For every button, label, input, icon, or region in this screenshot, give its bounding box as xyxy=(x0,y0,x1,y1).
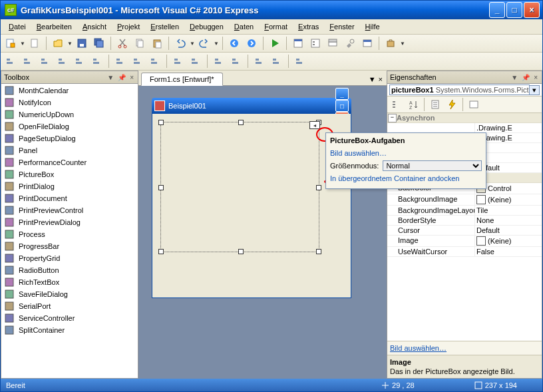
toolbox-item-notifyicon[interactable]: NotifyIcon xyxy=(1,97,138,108)
dropdown-icon[interactable]: ▼ xyxy=(67,41,73,47)
align-left-button[interactable] xyxy=(3,53,19,69)
property-row[interactable]: BackgroundImageLayoutTile xyxy=(387,206,542,216)
menu-format[interactable]: Format xyxy=(259,21,293,32)
resize-handle[interactable] xyxy=(158,185,164,190)
toolbox-item-openfiledialog[interactable]: OpenFileDialog xyxy=(1,120,138,132)
same-width-button[interactable] xyxy=(112,53,128,69)
menu-bearbeiten[interactable]: Bearbeiten xyxy=(31,21,77,32)
navigate-fwd-button[interactable] xyxy=(244,35,260,51)
close-button[interactable]: × xyxy=(524,2,540,18)
pin-icon[interactable]: 📌 xyxy=(116,74,127,81)
toolbox-item-printdocument[interactable]: PrintDocument xyxy=(1,192,138,204)
dropdown-icon[interactable]: ▼ xyxy=(106,74,115,81)
save-button[interactable] xyxy=(74,35,90,51)
toolbox-button[interactable] xyxy=(342,35,358,51)
dropdown-icon[interactable]: ▾ xyxy=(530,85,540,95)
property-row[interactable]: UseWaitCursorFalse xyxy=(387,247,542,257)
extension-manager-button[interactable] xyxy=(383,35,399,51)
save-all-button[interactable] xyxy=(91,35,107,51)
toolbox-item-splitcontainer[interactable]: SplitContainer xyxy=(1,324,138,336)
toolbox-item-serialport[interactable]: SerialPort xyxy=(1,300,138,312)
menu-hilfe[interactable]: Hilfe xyxy=(360,21,385,32)
menu-debuggen[interactable]: Debuggen xyxy=(184,21,229,32)
toolbox-item-pagesetupdialog[interactable]: PageSetupDialog xyxy=(1,132,138,144)
dropdown-icon[interactable]: ▼ xyxy=(510,74,519,81)
property-row[interactable]: CursorDefault xyxy=(387,226,542,236)
document-tabs[interactable]: Form1.cs [Entwurf]* ▼× xyxy=(138,71,387,86)
same-height-button[interactable] xyxy=(130,53,146,69)
dropdown-icon[interactable]: ▼ xyxy=(367,75,377,83)
new-file-button[interactable] xyxy=(27,35,43,51)
close-icon[interactable]: × xyxy=(532,74,539,81)
menu-projekt[interactable]: Projekt xyxy=(112,21,145,32)
property-row[interactable]: Image(Keine) xyxy=(387,236,542,247)
menu-ansicht[interactable]: Ansicht xyxy=(77,21,112,32)
toolbox-item-printdialog[interactable]: PrintDialog xyxy=(1,180,138,192)
property-row[interactable]: BorderStyleNone xyxy=(387,216,542,226)
dropdown-icon[interactable]: ▼ xyxy=(400,41,405,47)
menu-bar[interactable]: DateiBearbeitenAnsichtProjektErstellenDe… xyxy=(1,19,542,35)
toolbox-item-panel[interactable]: Panel xyxy=(1,144,138,156)
form-client-area[interactable] xyxy=(152,114,351,298)
tab-order-button[interactable] xyxy=(292,53,308,69)
resize-handle[interactable] xyxy=(316,249,321,254)
dock-in-parent-link[interactable]: In übergeordnetem Container andocken xyxy=(330,172,482,184)
property-row[interactable]: .Drawing.E xyxy=(387,123,542,133)
same-size-button[interactable] xyxy=(147,53,163,69)
designer-canvas[interactable]: Beispiel001 _ □ × xyxy=(138,86,387,379)
toolbox-list[interactable]: MonthCalendarNotifyIconNumericUpDownOpen… xyxy=(1,84,138,378)
resize-handle[interactable] xyxy=(238,249,244,254)
close-icon[interactable]: × xyxy=(377,75,384,83)
toolbar-layout[interactable] xyxy=(1,53,542,71)
resize-handle[interactable] xyxy=(238,120,244,125)
toolbox-item-radiobutton[interactable]: RadioButton xyxy=(1,264,138,276)
object-browser-button[interactable] xyxy=(325,35,341,51)
menu-daten[interactable]: Daten xyxy=(229,21,259,32)
align-bottom-button[interactable] xyxy=(89,53,105,69)
paste-button[interactable] xyxy=(149,35,165,51)
picturebox-control[interactable] xyxy=(160,122,319,252)
resize-handle[interactable] xyxy=(316,185,321,190)
categorized-button[interactable] xyxy=(389,97,405,112)
bring-front-button[interactable] xyxy=(252,53,268,69)
dropdown-icon[interactable]: ▼ xyxy=(214,41,219,47)
h-spacing-button[interactable] xyxy=(170,53,186,69)
dropdown-icon[interactable]: ▼ xyxy=(20,41,25,47)
minimize-button[interactable]: _ xyxy=(489,2,505,18)
toolbox-item-propertygrid[interactable]: PropertyGrid xyxy=(1,252,138,264)
events-button[interactable] xyxy=(444,97,460,112)
toolbox-item-printpreviewdialog[interactable]: PrintPreviewDialog xyxy=(1,216,138,228)
menu-datei[interactable]: Datei xyxy=(3,21,31,32)
maximize-button[interactable]: □ xyxy=(506,2,522,18)
property-pages-button[interactable] xyxy=(466,97,482,112)
dropdown-icon[interactable]: ▼ xyxy=(190,41,195,47)
alphabetical-button[interactable]: AZ xyxy=(405,97,421,112)
run-button[interactable] xyxy=(267,35,283,51)
toolbox-item-numericupdown[interactable]: NumericUpDown xyxy=(1,108,138,120)
toolbox-item-servicecontroller[interactable]: ServiceController xyxy=(1,312,138,324)
choose-image-link[interactable]: Bild auswählen… xyxy=(390,344,447,352)
smarttag-anchor[interactable] xyxy=(309,121,320,129)
properties-header[interactable]: Eigenschaften ▼📌× xyxy=(387,71,542,84)
send-back-button[interactable] xyxy=(269,53,285,69)
tab-form-designer[interactable]: Form1.cs [Entwurf]* xyxy=(141,73,223,86)
property-row[interactable]: BackgroundImage(Keine) xyxy=(387,194,542,206)
menu-extras[interactable]: Extras xyxy=(293,21,324,32)
center-h-button[interactable] xyxy=(211,53,227,69)
new-project-button[interactable] xyxy=(3,35,19,51)
resize-handle[interactable] xyxy=(158,120,164,125)
align-center-button[interactable] xyxy=(20,53,36,69)
toolbox-item-performancecounter[interactable]: PerformanceCounter xyxy=(1,156,138,168)
undo-button[interactable] xyxy=(172,35,188,51)
toolbar-main[interactable]: ▼ ▼ ▼ ▼ ▼ xyxy=(1,35,542,53)
properties-commands[interactable]: Bild auswählen… xyxy=(387,341,542,355)
align-right-button[interactable] xyxy=(37,53,53,69)
size-mode-select[interactable]: Normal xyxy=(383,160,482,171)
copy-button[interactable] xyxy=(132,35,148,51)
properties-toolbar[interactable]: AZ xyxy=(387,97,542,113)
solution-explorer-button[interactable] xyxy=(290,35,306,51)
toolbox-item-monthcalendar[interactable]: MonthCalendar xyxy=(1,85,138,97)
navigate-back-button[interactable] xyxy=(226,35,242,51)
toolbox-item-progressbar[interactable]: ProgressBar xyxy=(1,240,138,252)
titlebar[interactable]: c# GrafikKursBeispiel001 - Microsoft Vis… xyxy=(1,1,542,19)
